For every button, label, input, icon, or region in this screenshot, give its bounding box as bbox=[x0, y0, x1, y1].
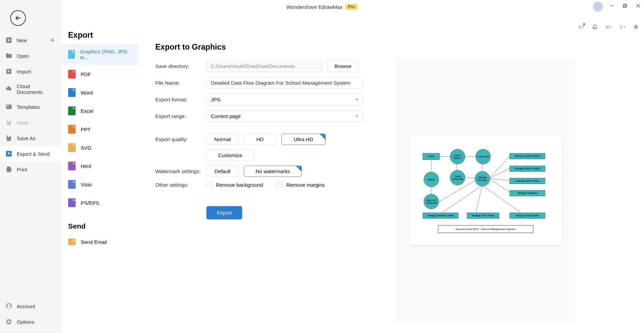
plus-icon[interactable] bbox=[49, 36, 56, 44]
sidebar-item-label: Templates bbox=[17, 104, 40, 110]
format-item-pdf[interactable]: PDF bbox=[61, 65, 138, 83]
export-button[interactable]: Export bbox=[206, 206, 242, 219]
svg-rect-14 bbox=[7, 105, 9, 106]
svg-point-19 bbox=[8, 304, 10, 306]
range-select[interactable]: Current page ▼ bbox=[206, 110, 363, 122]
ps-file-icon bbox=[68, 198, 76, 207]
sidebar-item-label: New bbox=[17, 37, 27, 43]
sidebar-item-label: Export & Send bbox=[17, 151, 50, 157]
watermark-label: Watermark settings: bbox=[155, 168, 206, 174]
preview-image: Admin Login to System Check Role Signup … bbox=[409, 136, 562, 245]
browse-button[interactable]: Browse bbox=[327, 60, 359, 72]
send-label: Send Email bbox=[81, 239, 107, 245]
arrow-left-icon bbox=[14, 14, 22, 22]
pdf-file-icon bbox=[68, 70, 76, 79]
plus-square-icon bbox=[5, 36, 13, 44]
sidebar-item-label: Save bbox=[17, 120, 28, 126]
format-label: SVG bbox=[81, 145, 92, 151]
sidebar-item-cloud[interactable]: Cloud Documents bbox=[0, 79, 61, 99]
svg-line-31 bbox=[489, 179, 509, 192]
format-select[interactable]: JPG ▼ bbox=[206, 94, 363, 105]
file-name-input[interactable] bbox=[206, 77, 363, 89]
svg-point-21 bbox=[8, 321, 10, 323]
email-icon bbox=[68, 238, 76, 245]
quality-normal-button[interactable]: Normal bbox=[206, 134, 239, 145]
format-item-svg[interactable]: SVG bbox=[61, 138, 138, 157]
sidebar-item-open[interactable]: Open bbox=[0, 48, 61, 64]
send-heading: Send bbox=[61, 212, 138, 234]
save-dir-input[interactable] bbox=[206, 60, 322, 72]
sidebar-item-print[interactable]: Print bbox=[0, 162, 61, 177]
page-title: Export to Graphics bbox=[155, 43, 627, 52]
remove-bg-checkbox[interactable] bbox=[206, 182, 213, 188]
gear-icon bbox=[5, 318, 13, 326]
format-item-graphics[interactable]: Graphics (PNG, JPG et... bbox=[61, 44, 138, 65]
format-item-html[interactable]: Html bbox=[61, 157, 138, 175]
templates-icon bbox=[5, 103, 13, 111]
sidebar-item-label: Print bbox=[17, 167, 27, 172]
sidebar: New Open Import Cloud Documents Template… bbox=[0, 32, 61, 333]
format-item-excel[interactable]: Excel bbox=[61, 102, 138, 120]
svg-line-30 bbox=[489, 179, 509, 180]
format-label: Visio bbox=[81, 182, 92, 187]
range-label: Export range: bbox=[155, 113, 206, 119]
format-item-ppt[interactable]: PPT bbox=[61, 120, 138, 138]
export-panel: Export Graphics (PNG, JPG et... PDF Word… bbox=[61, 0, 138, 333]
format-label: PS/EPS bbox=[81, 200, 99, 206]
sidebar-item-import[interactable]: Import bbox=[0, 64, 61, 79]
sidebar-item-save: Save bbox=[0, 115, 61, 130]
export-heading: Export bbox=[61, 31, 138, 44]
cloud-icon bbox=[5, 85, 13, 93]
remove-margins-label: Remove margins bbox=[286, 182, 325, 188]
watermark-none-button[interactable]: No watermarks bbox=[244, 166, 302, 177]
sidebar-item-label: Import bbox=[17, 69, 31, 74]
sidebar-item-new[interactable]: New bbox=[0, 32, 61, 48]
quality-ultra-button[interactable]: Ultra HD bbox=[281, 134, 326, 145]
html-file-icon bbox=[68, 162, 76, 170]
sidebar-item-export-send[interactable]: Export & Send bbox=[0, 146, 61, 162]
save-dir-label: Save directory: bbox=[155, 63, 206, 69]
format-label: Export format: bbox=[155, 97, 206, 102]
sidebar-item-templates[interactable]: Templates bbox=[0, 99, 61, 115]
svg-line-35 bbox=[465, 177, 475, 179]
watermark-default-button[interactable]: Default bbox=[206, 166, 239, 177]
format-label: Html bbox=[81, 163, 91, 169]
format-item-visio[interactable]: Visio bbox=[61, 175, 138, 194]
remove-margins-checkbox[interactable] bbox=[277, 182, 283, 188]
preview-panel: Admin Login to System Check Role Signup … bbox=[395, 58, 576, 323]
other-label: Other settings: bbox=[155, 182, 206, 188]
file-name-label: File Name: bbox=[155, 80, 206, 86]
format-item-word[interactable]: Word bbox=[61, 83, 138, 102]
save-as-icon bbox=[5, 134, 13, 142]
sidebar-item-save-as[interactable]: Save As bbox=[0, 130, 61, 146]
sidebar-item-account[interactable]: Account bbox=[0, 298, 61, 314]
sidebar-item-label: Options bbox=[17, 319, 34, 325]
save-icon bbox=[5, 119, 13, 126]
chevron-down-icon: ▼ bbox=[355, 98, 359, 101]
format-label: Graphics (PNG, JPG et... bbox=[80, 49, 131, 60]
svg-line-28 bbox=[489, 156, 509, 179]
export-icon bbox=[5, 150, 13, 157]
sidebar-item-label: Open bbox=[17, 53, 29, 59]
svg-line-34 bbox=[482, 185, 523, 214]
svg-line-33 bbox=[475, 185, 482, 214]
svg-line-29 bbox=[489, 168, 509, 179]
chevron-down-icon: ▼ bbox=[355, 114, 359, 118]
format-label: Word bbox=[81, 90, 93, 96]
format-item-ps[interactable]: PS/EPS bbox=[61, 194, 138, 212]
user-icon bbox=[5, 302, 13, 310]
sidebar-item-options[interactable]: Options bbox=[0, 314, 61, 330]
excel-file-icon bbox=[68, 106, 76, 115]
quality-hd-button[interactable]: HD bbox=[244, 134, 276, 145]
ppt-file-icon bbox=[68, 125, 76, 134]
svg-line-32 bbox=[440, 185, 482, 214]
send-item-email[interactable]: Send Email bbox=[61, 234, 138, 250]
quality-label: Export quality: bbox=[155, 136, 206, 142]
print-icon bbox=[5, 166, 13, 173]
svg-rect-15 bbox=[7, 120, 10, 121]
diagram-caption: Second Level DFD - School Management Sys… bbox=[438, 225, 533, 233]
svg-file-icon bbox=[68, 143, 76, 152]
folder-icon bbox=[5, 52, 13, 60]
format-label: PPT bbox=[81, 127, 91, 132]
quality-custom-button[interactable]: Customize bbox=[206, 150, 254, 161]
